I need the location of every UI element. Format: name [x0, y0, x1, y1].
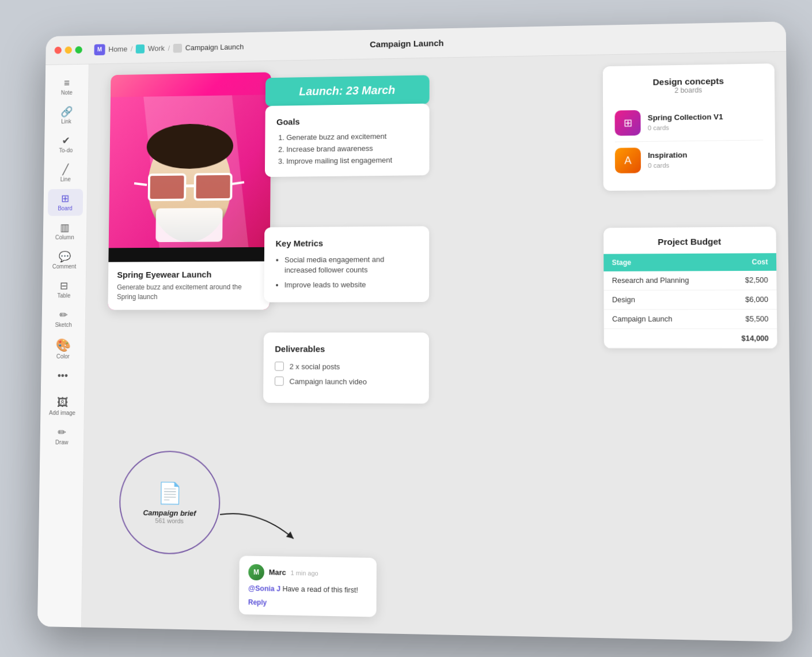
metrics-card: Key Metrics Social media engagement and …	[264, 226, 429, 302]
sidebar-item-board[interactable]: ⊞ Board	[47, 189, 82, 216]
deliverables-card: Deliverables 2 x social posts Campaign l…	[263, 333, 429, 404]
comment-avatar: M	[248, 564, 264, 580]
comment-body: Have a read of this first!	[282, 584, 358, 594]
total-label	[604, 329, 722, 349]
row-cost-2: $6,000	[722, 290, 777, 309]
sidebar-item-todo[interactable]: ✔ To-do	[48, 131, 84, 158]
list-item: Generate buzz and excitement	[286, 131, 418, 142]
sidebar-label-sketch: Sketch	[55, 322, 72, 328]
sidebar-item-comment[interactable]: 💬 Comment	[47, 247, 82, 274]
budget-col-stage: Stage	[604, 254, 721, 271]
breadcrumb-work[interactable]: Work	[148, 44, 165, 52]
goals-card: Goals Generate buzz and excitement Incre…	[265, 104, 430, 177]
breadcrumb-home[interactable]: Home	[108, 45, 127, 54]
campaign-brief-area: 📄 Campaign brief 561 words	[113, 445, 226, 561]
sidebar-label-column: Column	[55, 234, 74, 240]
list-item: Improve leads to website	[284, 280, 418, 290]
sidebar-item-sketch[interactable]: ✏ Sketch	[46, 305, 82, 333]
list-item: Increase brand awareness	[286, 144, 418, 154]
note-icon: ≡	[64, 78, 70, 88]
todo-icon: ✔	[62, 135, 70, 146]
board-cards-2: 0 cards	[648, 161, 669, 168]
sidebar-item-color[interactable]: 🎨 Color	[45, 335, 81, 364]
budget-col-cost: Cost	[721, 253, 776, 271]
sidebar-item-draw[interactable]: ✏ Draw	[44, 422, 80, 450]
doc-inner[interactable]: 📄 Campaign brief 561 words	[143, 481, 196, 524]
close-button[interactable]	[55, 47, 62, 54]
list-item: Social media engagement and increased fo…	[284, 254, 418, 275]
minimize-button[interactable]	[64, 47, 71, 54]
main-layout: ≡ Note 🔗 Link ✔ To-do ╱ Line ⊞ Board ▥ C…	[37, 52, 792, 642]
arrow-svg	[214, 503, 305, 550]
sidebar-item-more[interactable]: •••	[45, 366, 80, 385]
spring-label: Spring Eyewear Launch Generate buzz and …	[108, 262, 270, 310]
metrics-list: Social media engagement and increased fo…	[275, 254, 418, 290]
table-row: Design $6,000	[604, 290, 776, 309]
svg-rect-4	[149, 175, 185, 200]
work-icon	[136, 44, 145, 54]
sidebar-item-addimage[interactable]: 🖼 Add image	[44, 392, 80, 420]
budget-panel: Project Budget Stage Cost Research and P…	[604, 226, 777, 348]
page-title: Campaign Launch	[370, 38, 444, 49]
row-stage-1: Research and Planning	[604, 271, 721, 290]
board-thumb-2: A	[615, 148, 641, 173]
board-item-2[interactable]: A Inspiration 0 cards	[615, 141, 764, 179]
goals-list: Generate buzz and excitement Increase br…	[276, 131, 418, 165]
svg-rect-9	[155, 208, 222, 242]
checkbox-1[interactable]	[275, 362, 284, 371]
board-name-1: Spring Collection V1	[648, 112, 723, 122]
color-icon: 🎨	[56, 339, 71, 352]
spring-title: Spring Eyewear Launch	[117, 270, 261, 280]
launch-text: Launch: 23 March	[299, 84, 395, 97]
row-cost-3: $5,500	[722, 309, 777, 329]
comment-mention: @Sonia J	[248, 584, 280, 592]
sidebar-label-comment: Comment	[52, 263, 76, 270]
deliverable-label-2: Campaign launch video	[289, 377, 366, 386]
brief-words: 561 words	[155, 517, 183, 524]
comment-text: @Sonia J Have a read of this first!	[248, 583, 367, 595]
sidebar-item-column[interactable]: ▥ Column	[47, 218, 82, 245]
document-icon: 📄	[157, 481, 183, 505]
total-amount: $14,000	[722, 329, 777, 349]
line-icon: ╱	[63, 164, 69, 175]
budget-table: Stage Cost Research and Planning $2,500 …	[604, 253, 777, 349]
sidebar-item-line[interactable]: ╱ Line	[48, 160, 83, 187]
comment-bubble: M Marc 1 min ago @Sonia J Have a read of…	[239, 556, 377, 617]
launch-banner: Launch: 23 March	[265, 75, 430, 107]
checkbox-2[interactable]	[275, 376, 284, 386]
row-stage-3: Campaign Launch	[604, 309, 722, 329]
svg-rect-5	[195, 174, 231, 200]
draw-icon: ✏	[58, 427, 66, 437]
spring-subtitle: Generate buzz and excitement around the …	[117, 282, 261, 302]
svg-rect-6	[185, 184, 195, 187]
addimage-icon: 🖼	[57, 397, 68, 408]
budget-total-row: $14,000	[604, 329, 777, 349]
board-name-2: Inspiration	[648, 150, 687, 160]
maximize-button[interactable]	[75, 46, 82, 54]
comment-author: Marc	[269, 568, 286, 577]
sidebar-item-link[interactable]: 🔗 Link	[49, 102, 84, 129]
design-subtitle: 2 boards	[614, 85, 762, 96]
breadcrumb-current: Campaign Launch	[185, 43, 244, 52]
sidebar-label-draw: Draw	[55, 439, 68, 445]
comment-header: M Marc 1 min ago	[248, 564, 367, 582]
deliverable-item-2: Campaign launch video	[275, 376, 418, 386]
sidebar-item-note[interactable]: ≡ Note	[49, 73, 84, 100]
sidebar: ≡ Note 🔗 Link ✔ To-do ╱ Line ⊞ Board ▥ C…	[37, 65, 89, 628]
board-thumb-1: ⊞	[614, 110, 640, 136]
sidebar-label-todo: To-do	[59, 147, 73, 153]
column-icon: ▥	[60, 222, 69, 233]
sidebar-item-table[interactable]: ⊟ Table	[46, 276, 82, 303]
board-item-1[interactable]: ⊞ Spring Collection V1 0 cards	[614, 103, 763, 142]
sidebar-label-link: Link	[61, 118, 71, 124]
comment-icon: 💬	[58, 252, 70, 262]
row-cost-1: $2,500	[721, 271, 776, 290]
board-info-2: Inspiration 0 cards	[648, 150, 687, 170]
sidebar-label-color: Color	[56, 353, 70, 360]
comment-reply-button[interactable]: Reply	[248, 598, 367, 609]
breadcrumb: M Home / Work / Campaign Launch	[94, 41, 244, 55]
deliverable-item-1: 2 x social posts	[275, 362, 418, 372]
deliverable-label-1: 2 x social posts	[290, 362, 340, 371]
sidebar-label-addimage: Add image	[49, 410, 75, 416]
sidebar-label-table: Table	[57, 293, 70, 299]
